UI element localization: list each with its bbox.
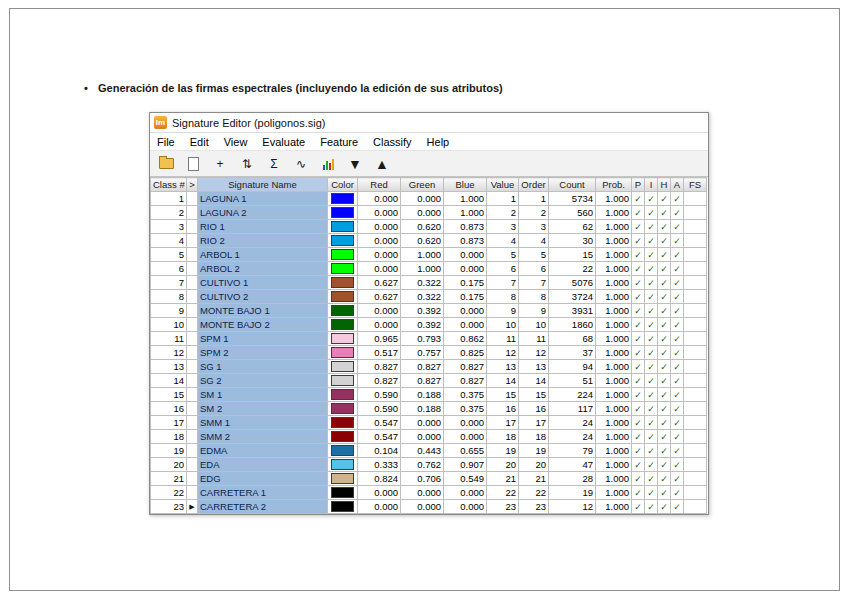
cell-p-check[interactable]: ✓ <box>632 374 645 388</box>
cell-a-check[interactable]: ✓ <box>671 346 684 360</box>
cell-order[interactable]: 10 <box>519 318 549 332</box>
cell-green[interactable]: 0.762 <box>401 458 444 472</box>
cell-a-check[interactable]: ✓ <box>671 388 684 402</box>
cell-fs[interactable] <box>684 444 707 458</box>
cell-fs[interactable] <box>684 374 707 388</box>
col-header-fs[interactable]: FS <box>684 178 707 192</box>
cell-i-check[interactable]: ✓ <box>645 360 658 374</box>
color-swatch[interactable] <box>331 459 354 470</box>
cell-p-check[interactable]: ✓ <box>632 388 645 402</box>
cell-green[interactable]: 0.706 <box>401 472 444 486</box>
cell-value[interactable]: 17 <box>487 416 519 430</box>
cell-a-check[interactable]: ✓ <box>671 472 684 486</box>
cell-a-check[interactable]: ✓ <box>671 206 684 220</box>
cell-prob[interactable]: 1.000 <box>596 472 632 486</box>
cell-h-check[interactable]: ✓ <box>658 374 671 388</box>
cell-prob[interactable]: 1.000 <box>596 346 632 360</box>
cell-order[interactable]: 17 <box>519 416 549 430</box>
cell-prob[interactable]: 1.000 <box>596 234 632 248</box>
cell-prob[interactable]: 1.000 <box>596 402 632 416</box>
cell-blue[interactable]: 0.175 <box>444 290 487 304</box>
cell-signature-name[interactable]: CULTIVO 2 <box>198 290 328 304</box>
cell-prob[interactable]: 1.000 <box>596 220 632 234</box>
menu-feature[interactable]: Feature <box>320 136 358 148</box>
cell-signature-name[interactable]: SPM 1 <box>198 332 328 346</box>
menu-help[interactable]: Help <box>427 136 450 148</box>
cell-fs[interactable] <box>684 360 707 374</box>
cell-signature-name[interactable]: SG 1 <box>198 360 328 374</box>
cell-fs[interactable] <box>684 304 707 318</box>
cell-order[interactable]: 16 <box>519 402 549 416</box>
cell-i-check[interactable]: ✓ <box>645 206 658 220</box>
cell-green[interactable]: 0.000 <box>401 500 444 514</box>
cell-order[interactable]: 11 <box>519 332 549 346</box>
cell-blue[interactable]: 0.000 <box>444 262 487 276</box>
cell-i-check[interactable]: ✓ <box>645 220 658 234</box>
cell-h-check[interactable]: ✓ <box>658 346 671 360</box>
cell-i-check[interactable]: ✓ <box>645 444 658 458</box>
cell-a-check[interactable]: ✓ <box>671 360 684 374</box>
cell-order[interactable]: 19 <box>519 444 549 458</box>
col-header-color[interactable]: Color <box>328 178 358 192</box>
cell-h-check[interactable]: ✓ <box>658 290 671 304</box>
cell-red[interactable]: 0.547 <box>358 416 401 430</box>
cell-fs[interactable] <box>684 416 707 430</box>
cell-value[interactable]: 2 <box>487 206 519 220</box>
col-header-h[interactable]: H <box>658 178 671 192</box>
cell-class-number[interactable]: 20 <box>151 458 187 472</box>
color-swatch[interactable] <box>331 445 354 456</box>
cell-color[interactable] <box>328 388 358 402</box>
cell-blue[interactable]: 0.000 <box>444 304 487 318</box>
cell-order[interactable]: 23 <box>519 500 549 514</box>
color-swatch[interactable] <box>331 403 354 414</box>
cell-p-check[interactable]: ✓ <box>632 276 645 290</box>
cell-class-number[interactable]: 11 <box>151 332 187 346</box>
cell-h-check[interactable]: ✓ <box>658 486 671 500</box>
cell-signature-name[interactable]: CULTIVO 1 <box>198 276 328 290</box>
cell-a-check[interactable]: ✓ <box>671 430 684 444</box>
cell-order[interactable]: 14 <box>519 374 549 388</box>
cell-h-check[interactable]: ✓ <box>658 206 671 220</box>
cell-fs[interactable] <box>684 262 707 276</box>
cell-p-check[interactable]: ✓ <box>632 234 645 248</box>
cell-red[interactable]: 0.000 <box>358 234 401 248</box>
cell-fs[interactable] <box>684 276 707 290</box>
cell-fs[interactable] <box>684 234 707 248</box>
cell-i-check[interactable]: ✓ <box>645 234 658 248</box>
color-swatch[interactable] <box>331 291 354 302</box>
cell-green[interactable]: 1.000 <box>401 262 444 276</box>
menu-classify[interactable]: Classify <box>373 136 412 148</box>
cell-signature-name[interactable]: MONTE BAJO 2 <box>198 318 328 332</box>
cell-value[interactable]: 11 <box>487 332 519 346</box>
cell-prob[interactable]: 1.000 <box>596 248 632 262</box>
cell-h-check[interactable]: ✓ <box>658 318 671 332</box>
cell-blue[interactable]: 0.655 <box>444 444 487 458</box>
cell-value[interactable]: 12 <box>487 346 519 360</box>
cell-blue[interactable]: 0.375 <box>444 402 487 416</box>
cell-class-number[interactable]: 4 <box>151 234 187 248</box>
cell-class-number[interactable]: 1 <box>151 192 187 206</box>
cell-color[interactable] <box>328 234 358 248</box>
cell-green[interactable]: 0.188 <box>401 388 444 402</box>
col-header-marker[interactable]: > <box>187 178 198 192</box>
cell-i-check[interactable]: ✓ <box>645 430 658 444</box>
cell-blue[interactable]: 0.873 <box>444 234 487 248</box>
cell-signature-name[interactable]: LAGUNA 1 <box>198 192 328 206</box>
cell-green[interactable]: 0.392 <box>401 304 444 318</box>
cell-color[interactable] <box>328 192 358 206</box>
cell-value[interactable]: 19 <box>487 444 519 458</box>
cell-p-check[interactable]: ✓ <box>632 416 645 430</box>
cell-i-check[interactable]: ✓ <box>645 290 658 304</box>
cell-order[interactable]: 15 <box>519 388 549 402</box>
cell-class-number[interactable]: 14 <box>151 374 187 388</box>
cell-a-check[interactable]: ✓ <box>671 276 684 290</box>
cell-red[interactable]: 0.000 <box>358 206 401 220</box>
color-swatch[interactable] <box>331 417 354 428</box>
cell-p-check[interactable]: ✓ <box>632 360 645 374</box>
cell-red[interactable]: 0.627 <box>358 290 401 304</box>
cell-prob[interactable]: 1.000 <box>596 360 632 374</box>
cell-fs[interactable] <box>684 430 707 444</box>
cell-value[interactable]: 10 <box>487 318 519 332</box>
cell-class-number[interactable]: 17 <box>151 416 187 430</box>
cell-color[interactable] <box>328 332 358 346</box>
